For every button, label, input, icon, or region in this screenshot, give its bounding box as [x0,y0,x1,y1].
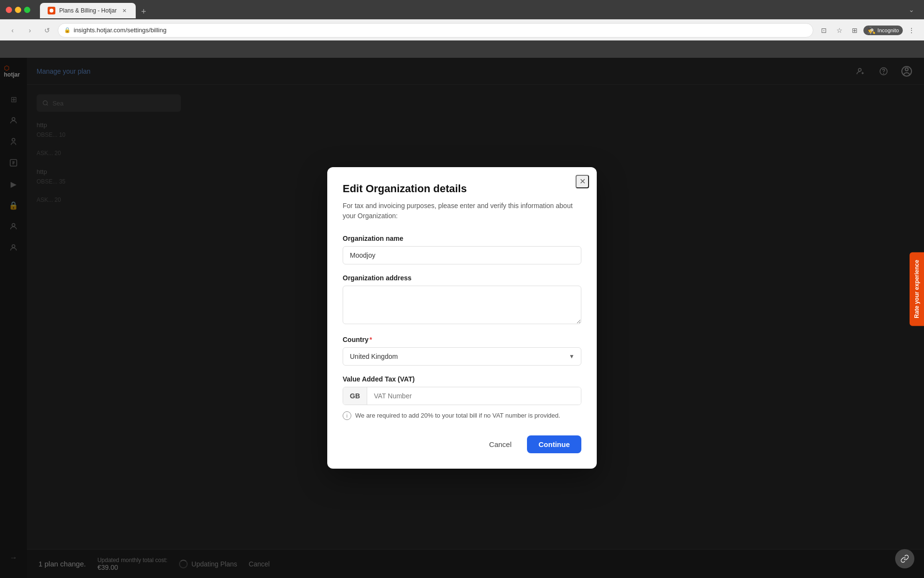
country-select-wrapper: United Kingdom United States Germany Fra… [343,347,581,366]
browser-chrome: Plans & Billing - Hotjar ✕ + ⌄ ‹ › ↺ 🔒 i… [0,0,924,40]
address-bar[interactable]: 🔒 insights.hotjar.com/settings/billing [58,23,813,38]
edit-org-modal: ✕ Edit Organization details For tax and … [327,167,597,469]
modal-overlay[interactable]: ✕ Edit Organization details For tax and … [0,58,924,578]
traffic-lights [6,7,30,13]
org-address-label: Organization address [343,274,581,282]
vat-number-input[interactable] [367,387,581,405]
tab-favicon [48,7,55,14]
cast-icon[interactable]: ⊡ [817,24,831,37]
country-label: Country* [343,336,581,343]
title-bar: Plans & Billing - Hotjar ✕ + ⌄ [0,0,924,19]
country-select[interactable]: United Kingdom United States Germany Fra… [343,347,581,366]
incognito-badge: 🕵 Incognito [863,26,903,35]
vat-info-text: We are required to add 20% to your total… [355,411,560,420]
org-address-input[interactable] [343,286,581,324]
org-address-group: Organization address [343,274,581,326]
rate-experience-tab[interactable]: Rate your experience [910,252,924,326]
modal-close-button[interactable]: ✕ [576,175,589,188]
link-fab-button[interactable] [895,549,914,568]
tab-bar: Plans & Billing - Hotjar ✕ + [34,1,156,18]
toolbar-icons: ⊡ ☆ ⊞ 🕵 Incognito ⋮ [817,24,918,37]
star-icon[interactable]: ☆ [833,24,846,37]
vat-label: Value Added Tax (VAT) [343,375,581,383]
menu-button[interactable]: ⋮ [905,24,918,37]
maximize-traffic-light[interactable] [24,7,30,13]
org-name-input[interactable] [343,246,581,264]
close-traffic-light[interactable] [6,7,12,13]
window-collapse-icon[interactable]: ⌄ [909,6,918,13]
forward-button[interactable]: › [23,24,37,37]
active-tab[interactable]: Plans & Billing - Hotjar ✕ [40,3,136,18]
modal-title: Edit Organization details [343,183,581,195]
org-name-group: Organization name [343,235,581,264]
minimize-traffic-light[interactable] [15,7,21,13]
country-group: Country* United Kingdom United States Ge… [343,336,581,366]
url-text: insights.hotjar.com/settings/billing [74,26,167,34]
vat-info-message: i We are required to add 20% to your tot… [343,411,581,420]
modal-actions: Cancel Continue [343,435,581,453]
continue-button[interactable]: Continue [527,435,581,453]
reload-button[interactable]: ↺ [40,24,54,37]
lock-icon: 🔒 [64,27,71,33]
info-icon: i [343,411,351,420]
vat-input-group: GB [343,387,581,405]
incognito-label: Incognito [877,27,899,33]
tab-title: Plans & Billing - Hotjar [59,7,116,14]
cancel-button[interactable]: Cancel [479,435,521,453]
vat-group: Value Added Tax (VAT) GB i We are requir… [343,375,581,420]
tab-close-button[interactable]: ✕ [120,7,128,14]
vat-prefix: GB [343,387,367,405]
address-bar-row: ‹ › ↺ 🔒 insights.hotjar.com/settings/bil… [0,19,924,40]
org-name-label: Organization name [343,235,581,242]
modal-subtitle: For tax and invoicing purposes, please e… [343,201,581,221]
new-tab-button[interactable]: + [137,5,150,18]
extensions-icon[interactable]: ⊞ [848,24,861,37]
back-button[interactable]: ‹ [6,24,19,37]
